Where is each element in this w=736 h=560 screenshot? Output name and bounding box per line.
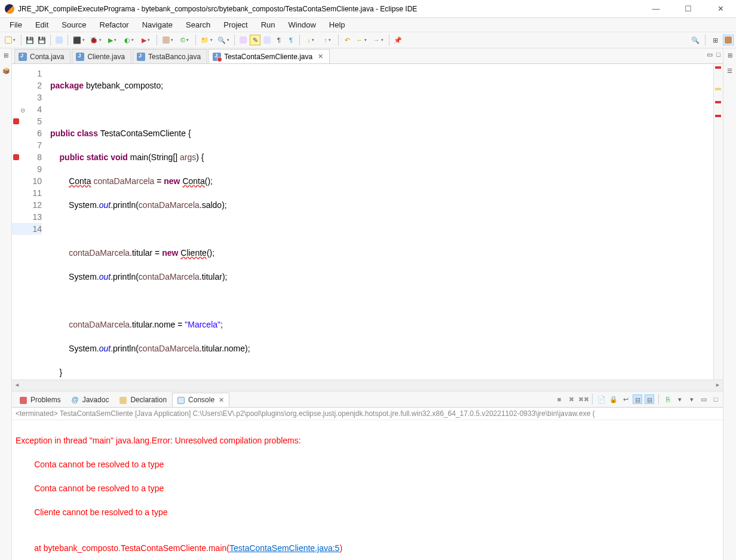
scroll-left-icon[interactable]: ◄ [14,382,20,388]
error-marker-icon[interactable] [715,66,721,69]
warning-marker-icon[interactable] [715,88,721,90]
window-controls: — ☐ ✕ [645,4,731,13]
java-file-icon [137,53,145,61]
maximize-view-icon[interactable]: □ [716,51,720,59]
editor-body: 1 2 3 4 5 6 7 8 9 10 11 12 13 14 package… [12,64,723,380]
line-number: 7 [12,139,42,151]
console-line: Cliente cannot be resolved to a type [16,506,719,518]
run-button[interactable]: ▶ [105,35,120,45]
main-toolbar: 💾 💾 ⬛ 🐞 ▶ ◐ ▶ © 📁 🔍 ✎ ¶ ¶ ↓ ↑ ↶ ← → 📌 🔍 … [0,32,736,48]
tab-conta[interactable]: Conta.java [14,49,70,63]
close-window-button[interactable]: ✕ [710,4,731,13]
new-java-class-button[interactable]: © [177,35,192,45]
console-line: at bytebank_composto.TestaContaSemClient… [16,542,719,554]
maximize-panel-icon[interactable]: □ [711,394,720,404]
quick-access-button[interactable]: 🔍 [690,35,701,45]
line-number: 9 [12,163,42,175]
tab-label: Declaration [130,396,167,404]
forward-button[interactable]: → [370,35,386,45]
pin-button[interactable]: ¶ [286,35,296,45]
tab-testabanco[interactable]: TestaBanco.java [133,49,207,63]
tab-javadoc[interactable]: @ Javadoc [66,393,115,407]
toggle-block-button[interactable] [262,35,272,45]
skip-breakpoints-button[interactable]: ⬛ [71,35,87,45]
show-console-when-stderr-button[interactable]: ⊟ [645,394,654,404]
tab-problems[interactable]: Problems [14,393,66,407]
code-editor[interactable]: package bytebank_composto; public class … [45,64,713,380]
debug-button[interactable]: 🐞 [88,35,103,45]
open-console-button[interactable]: ▾ [687,394,697,404]
minimize-view-icon[interactable]: ▭ [707,51,713,59]
run-last-button[interactable]: ▶ [138,35,154,45]
menu-edit[interactable]: Edit [29,19,54,30]
line-number: 12 [12,199,42,211]
restore-icon[interactable]: ⊞ [1,52,11,62]
toggle-breadcrumb-button[interactable] [54,35,65,45]
horizontal-scrollbar[interactable]: ◄ ► [12,380,723,390]
word-wrap-button[interactable]: ↩ [621,394,630,404]
close-tab-icon[interactable]: ✕ [219,396,224,404]
menu-run[interactable]: Run [255,19,281,30]
menu-project[interactable]: Project [217,19,253,30]
tab-console[interactable]: Console ✕ [172,393,229,407]
line-number: 13 [12,211,42,223]
package-explorer-icon[interactable]: 📦 [1,68,11,77]
javadoc-icon: @ [72,396,80,404]
error-marker-icon[interactable] [715,115,721,117]
scroll-lock-button[interactable]: 🔒 [609,394,618,404]
line-number: 4 [12,103,42,115]
next-annotation-button[interactable]: ↓ [303,35,318,45]
menu-search[interactable]: Search [180,19,216,30]
save-all-button[interactable]: 💾 [36,35,47,45]
remove-all-button[interactable]: ✖✖ [578,394,588,404]
bottom-tabs: Problems @ Javadoc Declaration Console ✕ [12,392,723,408]
pin-editor-button[interactable]: 📌 [392,35,403,45]
pin-console-button[interactable]: ⎘ [663,394,673,404]
overview-ruler[interactable] [713,64,723,380]
menu-refactor[interactable]: Refactor [94,19,135,30]
java-perspective-button[interactable] [723,35,734,45]
coverage-button[interactable]: ◐ [121,35,137,45]
separator [705,35,706,45]
search-button[interactable]: 🔍 [216,35,231,45]
bottom-panel: Problems @ Javadoc Declaration Console ✕ [12,390,723,560]
back-button[interactable]: ← [354,35,369,45]
tab-testacontasemcliente[interactable]: TestaContaSemCliente.java ✕ [208,49,330,63]
new-java-package-button[interactable] [160,35,176,45]
menu-file[interactable]: File [4,19,28,30]
open-perspective-button[interactable]: ⊞ [710,35,720,45]
show-console-when-stdout-button[interactable]: ⊟ [633,394,642,404]
open-type-button[interactable]: 📁 [199,35,214,45]
scroll-right-icon[interactable]: ► [715,382,720,388]
show-whitespace-button[interactable]: ¶ [274,35,284,45]
menu-source[interactable]: Source [56,19,92,30]
toggle-highlight-button[interactable]: ✎ [250,35,260,45]
menu-window[interactable]: Window [283,19,322,30]
prev-annotation-button[interactable]: ↑ [320,35,335,45]
separator [157,35,157,45]
tab-cliente[interactable]: Cliente.java [72,49,131,63]
console-line: Conta cannot be resolved to a type [16,482,719,494]
error-marker-icon[interactable] [715,101,721,103]
restore-icon[interactable]: ⊞ [725,52,735,62]
maximize-button[interactable]: ☐ [677,4,699,13]
console-output[interactable]: Exception in thread "main" java.lang.Err… [12,420,723,560]
line-number: 2 [12,79,42,91]
terminate-button[interactable]: ■ [554,394,564,404]
last-edit-button[interactable]: ↶ [342,35,352,45]
remove-launch-button[interactable]: ✖ [566,394,576,404]
menu-navigate[interactable]: Navigate [136,19,179,30]
close-tab-icon[interactable]: ✕ [318,53,323,60]
clear-console-button[interactable]: 📄 [597,394,606,404]
display-selected-console-button[interactable]: ▾ [675,394,685,404]
minimize-button[interactable]: — [645,4,667,13]
save-button[interactable]: 💾 [24,35,35,45]
new-button[interactable] [2,35,18,45]
declaration-icon [119,396,128,404]
outline-icon[interactable]: ☰ [725,68,735,77]
open-task-button[interactable] [238,35,249,45]
stack-trace-link[interactable]: TestaContaSemCliente.java:5 [229,543,339,553]
tab-declaration[interactable]: Declaration [114,393,172,407]
menu-help[interactable]: Help [323,19,351,30]
minimize-panel-icon[interactable]: ▭ [699,394,709,404]
